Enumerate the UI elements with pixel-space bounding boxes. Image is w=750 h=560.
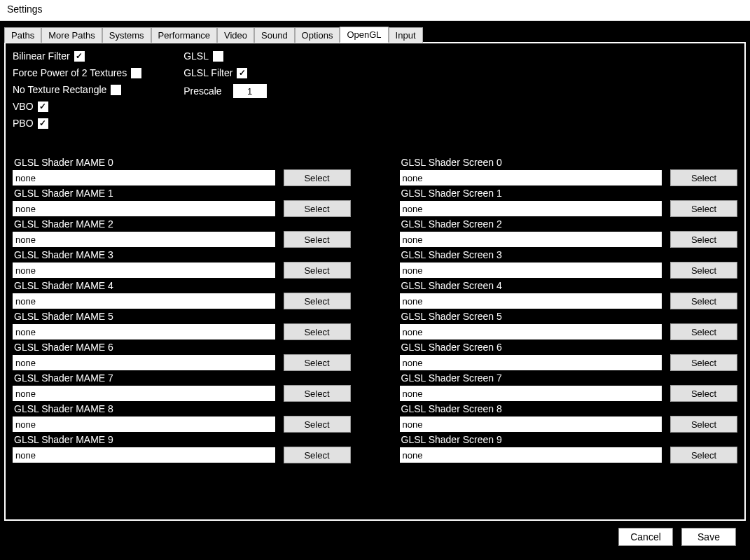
shader-input-mame-8[interactable] — [13, 416, 275, 432]
checkbox-vbo[interactable] — [38, 102, 48, 112]
select-button-mame-1[interactable]: Select — [284, 200, 351, 217]
shader-row: Select — [400, 354, 738, 371]
option-glsl: GLSL — [183, 50, 266, 62]
shader-input-mame-7[interactable] — [13, 386, 275, 401]
option-pbo: PBO — [13, 118, 141, 129]
shader-input-screen-7[interactable] — [400, 386, 662, 401]
shader-group: GLSL Shader MAME 1Select — [13, 188, 351, 217]
shader-input-screen-2[interactable] — [400, 232, 662, 247]
select-button-screen-8[interactable]: Select — [670, 416, 737, 433]
checkbox-pbo[interactable] — [38, 118, 48, 129]
shader-input-screen-8[interactable] — [400, 416, 662, 432]
tab-paths[interactable]: Paths — [4, 27, 41, 43]
option-label: PBO — [13, 118, 34, 129]
select-button-mame-9[interactable]: Select — [284, 447, 351, 463]
option-label: No Texture Rectangle — [13, 84, 106, 95]
shader-input-screen-4[interactable] — [400, 293, 662, 309]
shader-input-mame-5[interactable] — [13, 324, 275, 340]
save-button[interactable]: Save — [681, 528, 736, 546]
shader-label: GLSL Shader Screen 7 — [400, 372, 738, 384]
shader-columns: GLSL Shader MAME 0SelectGLSL Shader MAME… — [13, 157, 737, 465]
select-button-mame-6[interactable]: Select — [284, 354, 351, 371]
select-button-screen-4[interactable]: Select — [670, 293, 737, 309]
shader-row: Select — [400, 385, 738, 402]
select-button-screen-2[interactable]: Select — [670, 231, 737, 248]
tab-performance[interactable]: Performance — [151, 27, 217, 43]
shader-input-mame-6[interactable] — [13, 355, 275, 370]
option-label: GLSL Filter — [183, 67, 232, 78]
shader-group: GLSL Shader Screen 2Select — [400, 218, 738, 248]
options-column-1: Bilinear FilterForce Power of 2 Textures… — [13, 50, 141, 129]
select-button-screen-5[interactable]: Select — [670, 323, 737, 340]
shader-label: GLSL Shader MAME 6 — [13, 342, 351, 353]
shader-input-screen-5[interactable] — [400, 324, 662, 340]
shader-group: GLSL Shader Screen 5Select — [400, 311, 738, 340]
select-button-screen-3[interactable]: Select — [670, 262, 737, 279]
shader-row: Select — [400, 169, 738, 186]
shader-group: GLSL Shader Screen 8Select — [400, 403, 738, 433]
shader-group: GLSL Shader Screen 0Select — [400, 157, 738, 186]
select-button-screen-6[interactable]: Select — [670, 354, 737, 371]
cancel-button[interactable]: Cancel — [618, 528, 673, 546]
checkbox-force-power-of-2-textures[interactable] — [131, 68, 141, 78]
select-button-mame-5[interactable]: Select — [284, 323, 351, 340]
shader-row: Select — [400, 323, 738, 340]
checkbox-glsl[interactable] — [213, 51, 223, 62]
shader-group: GLSL Shader Screen 3Select — [400, 249, 738, 279]
shader-input-mame-4[interactable] — [13, 293, 275, 309]
tab-input[interactable]: Input — [389, 27, 423, 43]
shader-row: Select — [13, 200, 351, 217]
shader-input-screen-1[interactable] — [400, 201, 662, 216]
shader-input-mame-9[interactable] — [13, 447, 275, 463]
shader-group: GLSL Shader MAME 5Select — [13, 311, 351, 340]
shader-input-screen-9[interactable] — [400, 447, 662, 463]
shader-row: Select — [400, 447, 738, 463]
select-button-mame-7[interactable]: Select — [284, 385, 351, 402]
option-label: GLSL — [183, 50, 209, 62]
select-button-mame-3[interactable]: Select — [284, 262, 351, 279]
shader-label: GLSL Shader Screen 6 — [400, 342, 738, 353]
shader-group: GLSL Shader MAME 0Select — [13, 157, 351, 186]
option-bilinear-filter: Bilinear Filter — [13, 50, 141, 62]
select-button-screen-0[interactable]: Select — [670, 169, 737, 186]
select-button-screen-9[interactable]: Select — [670, 447, 737, 463]
select-button-screen-1[interactable]: Select — [670, 200, 737, 217]
shader-label: GLSL Shader MAME 8 — [13, 403, 351, 414]
shader-label: GLSL Shader Screen 9 — [400, 434, 738, 445]
select-button-mame-2[interactable]: Select — [284, 231, 351, 248]
shader-row: Select — [13, 416, 351, 433]
shader-input-mame-1[interactable] — [13, 201, 275, 216]
tab-options[interactable]: Options — [295, 27, 340, 43]
shader-row: Select — [13, 262, 351, 279]
shader-label: GLSL Shader MAME 1 — [13, 188, 351, 199]
checkbox-glsl-filter[interactable] — [237, 68, 247, 78]
tab-systems[interactable]: Systems — [102, 27, 151, 43]
shader-mame-column: GLSL Shader MAME 0SelectGLSL Shader MAME… — [13, 157, 351, 465]
tab-sound[interactable]: Sound — [254, 27, 295, 43]
shader-input-mame-0[interactable] — [13, 170, 275, 186]
tab-video[interactable]: Video — [217, 27, 254, 43]
shader-screen-column: GLSL Shader Screen 0SelectGLSL Shader Sc… — [400, 157, 738, 465]
tab-opengl[interactable]: OpenGL — [340, 27, 388, 43]
select-button-mame-0[interactable]: Select — [284, 169, 351, 186]
select-button-screen-7[interactable]: Select — [670, 385, 737, 402]
select-button-mame-8[interactable]: Select — [284, 416, 351, 433]
top-options: Bilinear FilterForce Power of 2 Textures… — [13, 50, 737, 129]
select-button-mame-4[interactable]: Select — [284, 293, 351, 309]
checkbox-no-texture-rectangle[interactable] — [111, 85, 121, 95]
prescale-input[interactable] — [233, 84, 267, 98]
checkbox-bilinear-filter[interactable] — [74, 51, 85, 62]
shader-group: GLSL Shader MAME 6Select — [13, 342, 351, 371]
shader-input-screen-3[interactable] — [400, 262, 662, 278]
tabstrip: PathsMore PathsSystemsPerformanceVideoSo… — [4, 25, 746, 42]
shader-label: GLSL Shader Screen 8 — [400, 403, 738, 414]
shader-input-screen-0[interactable] — [400, 170, 662, 186]
shader-input-mame-3[interactable] — [13, 262, 275, 278]
shader-label: GLSL Shader Screen 0 — [400, 157, 738, 168]
shader-group: GLSL Shader MAME 7Select — [13, 372, 351, 402]
shader-input-mame-2[interactable] — [13, 232, 275, 247]
tab-more-paths[interactable]: More Paths — [41, 27, 102, 43]
shader-row: Select — [400, 293, 738, 309]
shader-row: Select — [13, 323, 351, 340]
shader-input-screen-6[interactable] — [400, 355, 662, 370]
